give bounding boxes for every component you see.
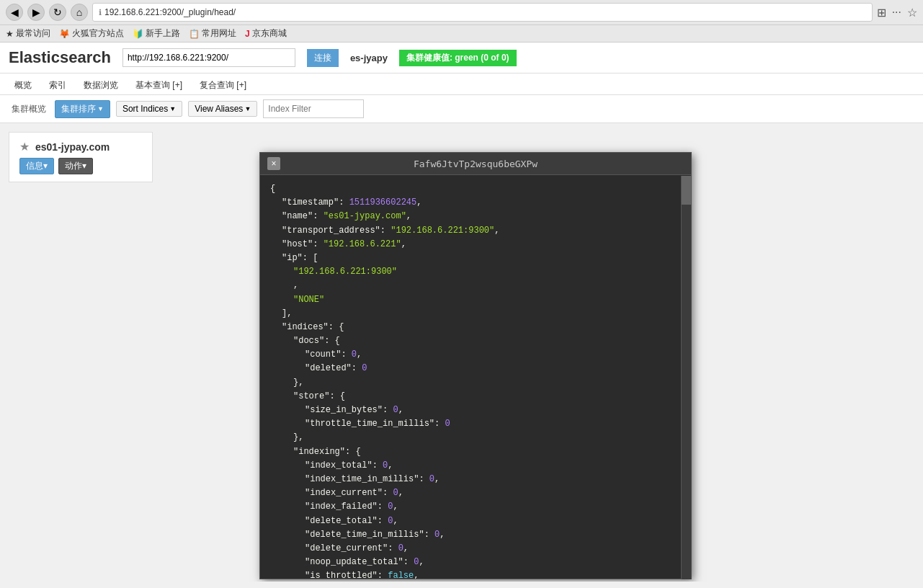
cluster-name: es-jyapy (350, 53, 388, 63)
action-label: 动作▾ (65, 160, 86, 172)
node-info-button[interactable]: 信息▾ (19, 158, 54, 174)
home-button[interactable]: ⌂ (71, 4, 88, 21)
modal-header: × Fafw6JtvTp2wsqu6beGXPw (260, 153, 691, 175)
modal-body[interactable]: { "timestamp": 1511936602245, "name": "e… (260, 175, 691, 579)
connect-button[interactable]: 连接 (307, 49, 339, 67)
view-aliases-button[interactable]: View Aliases ▼ (188, 101, 257, 117)
jd-icon: J (245, 29, 250, 39)
back-button[interactable]: ◀ (6, 4, 23, 21)
refresh-button[interactable]: ↻ (49, 4, 66, 21)
bookmark-newuser[interactable]: 🔰 新手上路 (133, 27, 180, 40)
tab-index[interactable]: 索引 (43, 76, 72, 94)
info-label: 信息▾ (26, 160, 48, 172)
main-content: ★ es01-jypay.com 信息▾ 动作▾ × Fafw6JtvTp2ws… (0, 123, 923, 582)
cluster-sort-label: 集群排序 (61, 103, 96, 115)
tab-complex-query[interactable]: 复合查询 [+] (194, 76, 252, 94)
app-header: Elasticsearch 连接 es-jyapy 集群健康值: green (… (0, 43, 923, 74)
node-name: es01-jypay.com (35, 141, 110, 153)
cluster-overview-link[interactable]: 集群概览 (9, 102, 49, 117)
tab-overview[interactable]: 概览 (9, 76, 37, 94)
view-aliases-caret: ▼ (244, 105, 251, 112)
node-action-button[interactable]: 动作▾ (58, 158, 93, 174)
browser-actions: ⊞ ··· ☆ (877, 6, 917, 19)
star-bookmark-icon[interactable]: ☆ (907, 6, 917, 19)
bookmark-label: 常用网址 (202, 27, 236, 40)
cluster-sort-caret: ▼ (97, 105, 104, 112)
forward-button[interactable]: ▶ (27, 4, 45, 21)
bookmark-label: 火狐官方站点 (72, 27, 124, 40)
bookmark-label: 京东商城 (252, 27, 287, 40)
firefox-icon: 🦊 (59, 29, 70, 39)
modal-close-button[interactable]: × (267, 157, 280, 170)
bookmark-label: 最常访问 (16, 27, 50, 40)
bookmark-common[interactable]: 📋 常用网址 (189, 27, 236, 40)
toolbar: 集群概览 集群排序 ▼ Sort Indices ▼ View Aliases … (0, 95, 923, 123)
common-icon: 📋 (189, 29, 200, 39)
newuser-icon: 🔰 (133, 29, 143, 39)
browser-toolbar: ◀ ▶ ↻ ⌂ ℹ 192.168.6.221:9200/_plugin/hea… (0, 0, 923, 25)
sort-indices-label: Sort Indices (122, 104, 168, 114)
node-star-icon[interactable]: ★ (19, 140, 30, 153)
bookmarks-bar: ★ 最常访问 🦊 火狐官方站点 🔰 新手上路 📋 常用网址 J 京东商城 (0, 25, 923, 43)
modal-scrollbar[interactable] (681, 176, 691, 579)
close-icon: × (271, 159, 276, 169)
tab-data-browse[interactable]: 数据浏览 (78, 76, 124, 94)
bookmark-jd[interactable]: J 京东商城 (245, 27, 287, 40)
scrollbar-thumb (682, 176, 691, 205)
apps-icon[interactable]: ⊞ (877, 6, 886, 19)
cluster-health-badge: 集群健康值: green (0 of 0) (399, 50, 517, 66)
cluster-sort-button[interactable]: 集群排序 ▼ (55, 100, 110, 118)
view-aliases-label: View Aliases (195, 104, 243, 114)
more-icon[interactable]: ··· (892, 6, 901, 19)
nav-tabs: 概览 索引 数据浏览 基本查询 [+] 复合查询 [+] (0, 74, 923, 95)
address-text: 192.168.6.221:9200/_plugin/head/ (104, 7, 866, 17)
index-filter-input[interactable] (263, 99, 364, 118)
app-title: Elasticsearch (9, 48, 111, 67)
bookmark-frequent[interactable]: ★ 最常访问 (6, 27, 50, 40)
tab-basic-query[interactable]: 基本查询 [+] (130, 76, 188, 94)
es-url-input[interactable] (122, 48, 295, 67)
sort-indices-caret: ▼ (169, 105, 176, 112)
node-card: ★ es01-jypay.com 信息▾ 动作▾ (9, 132, 153, 182)
modal-title: Fafw6JtvTp2wsqu6beGXPw (414, 159, 538, 169)
bookmark-firefox[interactable]: 🦊 火狐官方站点 (59, 27, 124, 40)
bookmark-label: 新手上路 (146, 27, 180, 40)
json-modal: × Fafw6JtvTp2wsqu6beGXPw { "timestamp": … (259, 152, 692, 579)
address-bar[interactable]: ℹ 192.168.6.221:9200/_plugin/head/ (92, 3, 873, 22)
frequent-icon: ★ (6, 29, 14, 39)
sort-indices-button[interactable]: Sort Indices ▼ (116, 101, 182, 117)
